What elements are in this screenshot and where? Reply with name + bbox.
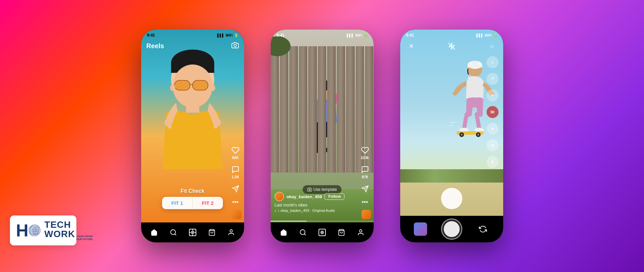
more-action-2[interactable]: ••• [362,199,368,206]
like-count-1: 92K [232,156,238,160]
caption-2: Last month's vibes [275,203,357,207]
phone-1: 9:41 ▌▌▌ WiFi 🔋 Reels [141,30,244,242]
svg-point-0 [234,44,236,47]
thumbnail-avatar-1 [232,210,241,219]
nav-reels-1[interactable] [188,228,197,237]
share-action-2[interactable] [360,184,370,194]
gallery-button-3[interactable] [414,222,427,236]
nav-shop-2[interactable] [337,228,346,237]
fit2-button[interactable]: FIT 2 [193,197,223,209]
side-actions-1: 92K 1.2K [231,146,240,206]
follow-button-2[interactable]: Follow [324,193,344,200]
phone-2-screen: 9:41 ▌▌▌ WiFi 🔋 Reels [271,30,374,242]
shutter-button-3[interactable] [441,188,462,209]
fit1-button[interactable]: FIT 1 [162,197,193,209]
music-note-icon-2: ♪ [275,208,277,212]
svg-point-19 [170,230,175,235]
svg-point-46 [359,230,362,232]
like-action-2[interactable]: 223k [360,146,370,160]
phone-3-screen: 9:41 ▌▌▌ WiFi 🔋 [400,30,503,242]
fit-check-title: Fit Check [180,188,204,194]
logo-tech-text: TECH [45,220,71,229]
layout-icon-3: ✦ [491,126,495,131]
camera-top-3: ✕ ○ [400,39,503,54]
close-icon-3[interactable]: ✕ [407,42,416,51]
video-progress-2 [271,221,374,221]
like-action-1[interactable]: 92K [231,146,240,160]
svg-point-64 [29,225,40,236]
grid-tool-3[interactable]: ⊞ [487,139,499,151]
svg-line-20 [175,234,176,235]
effect-icon-3: ✦ [491,93,494,98]
share-icon-2 [360,184,370,194]
logo-left: H [16,222,41,239]
logo-text-right: TECH WORK YOUR VISION OUR FUTURE [45,220,93,241]
info-tool-3[interactable]: ℹ [487,156,499,168]
speed-tool-3[interactable]: ⏱ [487,73,499,85]
logo-work-row: WORK YOUR VISION OUR FUTURE [45,229,93,241]
svg-point-10 [170,84,175,91]
flash-off-icon-3[interactable] [447,42,456,51]
audio-info-2: ♪ ♪ okay_kaiden_459 · Original Audio [275,208,357,212]
comment-action-1[interactable]: 1.2K [231,165,240,179]
svg-point-66 [29,228,40,233]
nav-home-1[interactable] [150,228,158,237]
more-action-1[interactable]: ••• [232,199,238,206]
camera-bottom-3 [400,216,503,242]
phone-1-screen: 9:41 ▌▌▌ WiFi 🔋 Reels [141,30,244,242]
more-dots-2: ••• [362,199,368,206]
music-icon-3: ♪ [491,59,494,65]
flip-button-3[interactable] [476,222,490,236]
comment-action-2[interactable]: 978 [360,165,370,179]
share-icon-1 [231,184,240,194]
user-avatar-2 [275,192,284,201]
camera-icon-1[interactable] [231,42,239,50]
nav-search-2[interactable] [299,228,307,237]
circle-icon-3[interactable]: ○ [487,42,497,51]
info-icon-3: ℹ [492,159,493,165]
svg-point-44 [322,232,322,233]
svg-point-37 [309,189,310,191]
effect-tool-3[interactable]: ✦ [487,89,499,101]
share-action-1[interactable] [231,184,240,194]
music-tool-3[interactable]: ♪ [487,56,499,68]
layout-tool-3[interactable]: ✦ [487,123,499,135]
nav-search-1[interactable] [169,228,178,237]
status-bar-2: 9:41 ▌▌▌ WiFi 🔋 [271,30,374,39]
svg-point-23 [192,232,193,233]
status-time-1: 9:41 [147,33,155,38]
status-icons-3: ▌▌▌ WiFi 🔋 [476,34,497,37]
logo-content: H TECH WORK YOU [16,220,70,241]
heart-icon-2 [360,146,370,155]
svg-line-61 [448,125,453,126]
fit-check-overlay: Fit Check FIT 1 FIT 2 [141,188,244,209]
record-button-3[interactable] [441,218,462,240]
logo-tech-row: TECH [45,220,93,229]
logo-h-letter: H [16,222,28,239]
svg-point-65 [32,225,37,236]
phones-container: 9:41 ▌▌▌ WiFi 🔋 Reels [0,0,644,272]
tools-panel-3: ♪ ⏱ ✦ 90 ✦ ⊞ ℹ [487,56,499,168]
svg-point-59 [477,134,479,136]
svg-point-40 [300,230,305,235]
logo-overlay: H TECH WORK YOU [10,215,76,245]
video-progress-bar-2 [271,221,307,221]
svg-point-51 [453,91,457,95]
nav-profile-1[interactable] [227,228,235,237]
nav-shop-1[interactable] [208,228,216,237]
nav-home-2[interactable] [279,228,288,237]
grid-icon-3: ⊞ [491,143,494,148]
logo-tagline-block: YOUR VISION OUR FUTURE [76,235,93,241]
speed-icon-3: ⏱ [491,76,495,81]
thumbnail-avatar-2 [362,210,371,219]
nav-reels-2[interactable] [318,228,326,237]
status-icons-1: ▌▌▌ WiFi 🔋 [217,34,238,37]
timer-label-3: 90 [490,110,494,114]
svg-point-11 [210,84,215,91]
timer-tool-3[interactable]: 90 [487,106,499,118]
reels-title-1: Reels [146,42,164,50]
logo-globe-icon [29,224,41,236]
nav-profile-2[interactable] [356,228,365,237]
logo-i-globe [29,224,41,236]
fit-buttons: FIT 1 FIT 2 [162,197,223,209]
